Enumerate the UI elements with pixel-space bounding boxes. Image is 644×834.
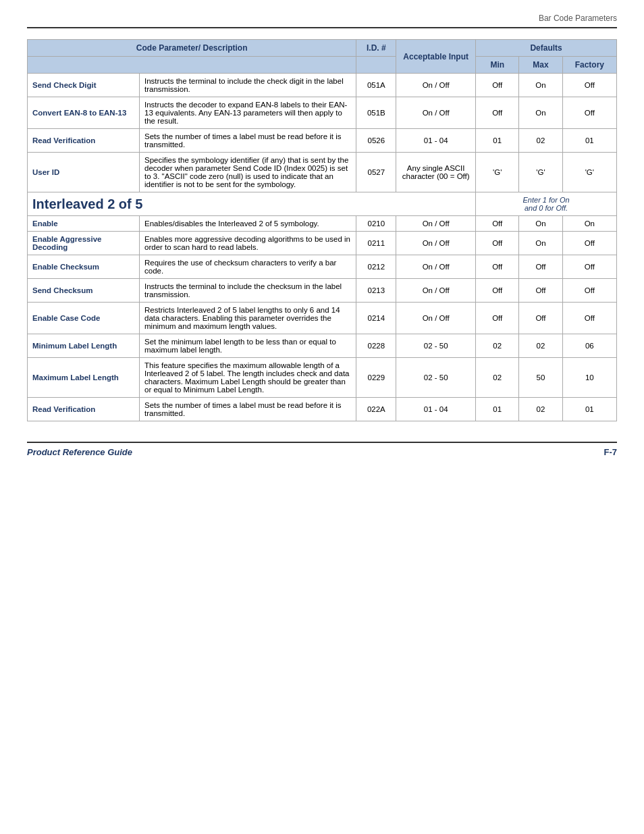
param-input-cell: On / Off [396, 74, 476, 97]
main-table: Code Parameter/ Description I.D. # Accep… [27, 39, 617, 421]
param-input-cell: Any single ASCII character (00 = Off) [396, 153, 476, 192]
param-name-cell: Enable [28, 216, 140, 232]
param-id-cell: 0527 [356, 153, 396, 192]
section-title-cell: Interleaved 2 of 5 [28, 192, 476, 216]
table-row: Send Check Digit Instructs the terminal … [28, 74, 617, 97]
table-row: Enable Checksum Requires the use of chec… [28, 255, 617, 279]
col-header-id2 [356, 57, 396, 74]
param-desc-cell: Set the minimum label length to be less … [140, 334, 356, 358]
param-input-cell: On / Off [396, 303, 476, 334]
param-max-cell: 02 [519, 334, 562, 358]
param-desc-cell: Enables more aggressive decoding algorit… [140, 232, 356, 255]
table-row: Enable Enables/disables the Interleaved … [28, 216, 617, 232]
param-id-cell: 051B [356, 97, 396, 129]
table-row: Send Checksum Instructs the terminal to … [28, 279, 617, 303]
table-row: Minimum Label Length Set the minimum lab… [28, 334, 617, 358]
param-min-cell: Off [476, 232, 519, 255]
param-min-cell: Off [476, 279, 519, 303]
param-min-cell: Off [476, 97, 519, 129]
table-row: Maximum Label Length This feature specif… [28, 358, 617, 398]
param-max-cell: 50 [519, 358, 562, 398]
param-factory-cell: 06 [562, 334, 616, 358]
param-min-cell: Off [476, 255, 519, 279]
param-name-cell: Read Verification [28, 398, 140, 421]
section-note-cell: Enter 1 for Onand 0 for Off. [476, 192, 617, 216]
table-row: User ID Specifies the symbology identifi… [28, 153, 617, 192]
param-factory-cell: 'G' [562, 153, 616, 192]
footer-right: F-7 [604, 447, 618, 457]
col-header-factory: Factory [562, 57, 616, 74]
col-header-input: Acceptable Input [396, 40, 476, 74]
param-max-cell: Off [519, 303, 562, 334]
param-id-cell: 0213 [356, 279, 396, 303]
param-id-cell: 0228 [356, 334, 396, 358]
param-name-cell: Send Checksum [28, 279, 140, 303]
footer-left: Product Reference Guide [27, 447, 132, 457]
header-title: Bar Code Parameters [539, 14, 617, 23]
param-input-cell: 01 - 04 [396, 398, 476, 421]
param-name-cell: Send Check Digit [28, 74, 140, 97]
param-min-cell: 02 [476, 334, 519, 358]
param-name-cell: Minimum Label Length [28, 334, 140, 358]
param-max-cell: 'G' [519, 153, 562, 192]
param-max-cell: On [519, 74, 562, 97]
param-max-cell: Off [519, 279, 562, 303]
param-desc-cell: Enables/disables the Interleaved 2 of 5 … [140, 216, 356, 232]
param-name-cell: Maximum Label Length [28, 358, 140, 398]
param-name-cell: Convert EAN-8 to EAN-13 [28, 97, 140, 129]
param-desc-cell: Restricts Interleaved 2 of 5 label lengt… [140, 303, 356, 334]
col-header-defaults: Defaults [476, 40, 617, 57]
table-row: Read Verification Sets the number of tim… [28, 129, 617, 153]
param-factory-cell: Off [562, 232, 616, 255]
param-max-cell: On [519, 97, 562, 129]
param-factory-cell: 10 [562, 358, 616, 398]
param-input-cell: 01 - 04 [396, 129, 476, 153]
param-factory-cell: 01 [562, 398, 616, 421]
param-min-cell: Off [476, 216, 519, 232]
param-min-cell: 02 [476, 358, 519, 398]
param-min-cell: Off [476, 74, 519, 97]
page-header: Bar Code Parameters [27, 14, 617, 28]
param-desc-cell: Requires the use of checksum characters … [140, 255, 356, 279]
section-header-row: Interleaved 2 of 5 Enter 1 for Onand 0 f… [28, 192, 617, 216]
param-min-cell: 'G' [476, 153, 519, 192]
param-factory-cell: Off [562, 74, 616, 97]
param-id-cell: 0210 [356, 216, 396, 232]
param-id-cell: 022A [356, 398, 396, 421]
param-factory-cell: Off [562, 255, 616, 279]
param-min-cell: 01 [476, 398, 519, 421]
param-min-cell: Off [476, 303, 519, 334]
param-factory-cell: On [562, 216, 616, 232]
param-desc-cell: Sets the number of times a label must be… [140, 398, 356, 421]
param-id-cell: 051A [356, 74, 396, 97]
param-input-cell: On / Off [396, 97, 476, 129]
param-factory-cell: Off [562, 279, 616, 303]
page-footer: Product Reference Guide F-7 [27, 442, 617, 457]
param-name-cell: User ID [28, 153, 140, 192]
param-desc-cell: This feature specifies the maximum allow… [140, 358, 356, 398]
table-row: Read Verification Sets the number of tim… [28, 398, 617, 421]
param-input-cell: On / Off [396, 232, 476, 255]
param-id-cell: 0212 [356, 255, 396, 279]
table-row: Enable Case Code Restricts Interleaved 2… [28, 303, 617, 334]
param-max-cell: On [519, 216, 562, 232]
param-desc-cell: Instructs the terminal to include the ch… [140, 74, 356, 97]
param-id-cell: 0229 [356, 358, 396, 398]
col-header-max: Max [519, 57, 562, 74]
param-input-cell: On / Off [396, 216, 476, 232]
param-name-cell: Enable Aggressive Decoding [28, 232, 140, 255]
param-min-cell: 01 [476, 129, 519, 153]
param-input-cell: 02 - 50 [396, 334, 476, 358]
table-row: Convert EAN-8 to EAN-13 Instructs the de… [28, 97, 617, 129]
param-name-cell: Enable Case Code [28, 303, 140, 334]
param-factory-cell: Off [562, 97, 616, 129]
param-max-cell: On [519, 232, 562, 255]
param-input-cell: On / Off [396, 279, 476, 303]
param-desc-cell: Sets the number of times a label must be… [140, 129, 356, 153]
col-header-param2 [28, 57, 356, 74]
param-desc-cell: Instructs the decoder to expand EAN-8 la… [140, 97, 356, 129]
col-header-param: Code Parameter/ Description [28, 40, 356, 57]
param-max-cell: 02 [519, 129, 562, 153]
param-factory-cell: 01 [562, 129, 616, 153]
col-header-id: I.D. # [356, 40, 396, 57]
